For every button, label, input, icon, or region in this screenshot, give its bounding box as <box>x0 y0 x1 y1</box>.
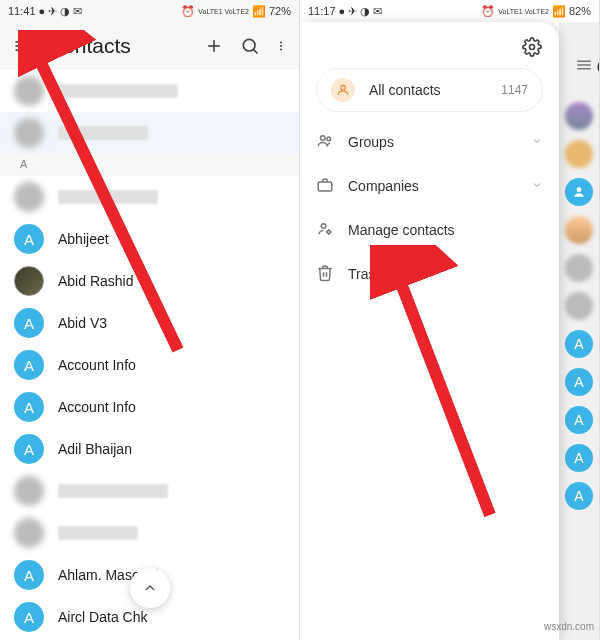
all-contacts-row[interactable]: All contacts 1147 <box>316 68 543 112</box>
person-icon <box>331 78 355 102</box>
status-time: 11:41 <box>8 5 36 17</box>
page-title-peek: C <box>597 56 600 79</box>
avatar: A <box>14 434 44 464</box>
phone-right: 11:17 ● ✈ ◑ ✉ ⏰ VoLTE1 VoLTE2 📶 82% C A … <box>300 0 600 640</box>
settings-icon[interactable] <box>521 36 543 58</box>
avatar <box>14 182 44 212</box>
app-header: Contacts <box>0 22 299 70</box>
contact-list[interactable]: A A Abhijeet Abid Rashid A Abid V3 A Acc… <box>0 70 299 640</box>
lte-label: VoLTE1 VoLTE2 <box>498 8 549 15</box>
svg-point-8 <box>280 45 282 47</box>
svg-point-15 <box>530 45 535 50</box>
list-item[interactable]: Abid Rashid <box>0 260 299 302</box>
status-bar: 11:41 ● ✈ ◑ ✉ ⏰ VoLTE1 VoLTE2 📶 72% <box>0 0 299 22</box>
alarm-icon: ⏰ <box>481 5 495 18</box>
avatar <box>565 140 593 168</box>
svg-point-21 <box>327 230 330 233</box>
avatar: A <box>565 330 593 358</box>
hamburger-menu-icon[interactable] <box>12 35 34 57</box>
list-item[interactable] <box>0 70 299 112</box>
avatar <box>14 118 44 148</box>
hamburger-menu-icon[interactable] <box>575 56 593 77</box>
contact-name: Adil Bhaijan <box>58 441 132 457</box>
chevron-down-icon <box>531 134 543 150</box>
whatsapp-icon: ● <box>39 5 46 17</box>
list-item[interactable]: A Account Info <box>0 386 299 428</box>
contact-name-redacted <box>58 190 158 204</box>
watermark: wsxdn.com <box>544 621 594 632</box>
phone-left: 11:41 ● ✈ ◑ ✉ ⏰ VoLTE1 VoLTE2 📶 72% Cont… <box>0 0 300 640</box>
chevron-down-icon <box>531 178 543 194</box>
trash-row[interactable]: Trash <box>316 252 543 296</box>
add-contact-icon[interactable] <box>203 35 225 57</box>
contact-name: Abid V3 <box>58 315 107 331</box>
list-item[interactable] <box>0 112 299 154</box>
avatar: A <box>565 482 593 510</box>
groups-row[interactable]: Groups <box>316 120 543 164</box>
whatsapp-icon: ● <box>339 5 346 17</box>
avatar <box>14 266 44 296</box>
list-item[interactable] <box>0 512 299 554</box>
contact-name: Aircl Data Chk <box>58 609 147 625</box>
avatar: A <box>565 406 593 434</box>
list-item[interactable]: A Abid V3 <box>0 302 299 344</box>
avatar <box>565 102 593 130</box>
svg-point-17 <box>321 135 326 140</box>
backdrop-contacts: C A A A A A <box>559 22 599 640</box>
more-icon[interactable] <box>275 35 287 57</box>
list-item[interactable] <box>0 470 299 512</box>
contact-name: Abhijeet <box>58 231 109 247</box>
manage-contacts-row[interactable]: Manage contacts <box>316 208 543 252</box>
page-title: Contacts <box>48 34 189 58</box>
list-item[interactable]: A Abhijeet <box>0 218 299 260</box>
list-item[interactable]: A Account Info <box>0 344 299 386</box>
avatar: A <box>14 602 44 632</box>
list-item[interactable] <box>0 176 299 218</box>
status-bar: 11:17 ● ✈ ◑ ✉ ⏰ VoLTE1 VoLTE2 📶 82% <box>300 0 599 22</box>
companies-row[interactable]: Companies <box>316 164 543 208</box>
briefcase-icon <box>316 176 334 197</box>
drawer-item-label: All contacts <box>369 82 487 98</box>
status-time: 11:17 <box>308 5 336 17</box>
avatar <box>565 254 593 282</box>
telegram-icon: ✈ <box>348 5 357 18</box>
section-header: A <box>0 154 299 176</box>
battery-label: 82% <box>569 5 591 17</box>
avatar <box>565 216 593 244</box>
svg-point-5 <box>243 39 255 51</box>
list-item[interactable]: A Adil Bhaijan <box>0 428 299 470</box>
avatar <box>565 292 593 320</box>
drawer-item-label: Groups <box>348 134 517 150</box>
avatar: A <box>14 308 44 338</box>
contact-name-redacted <box>58 84 178 98</box>
mail-icon: ✉ <box>373 5 382 18</box>
svg-point-7 <box>280 42 282 44</box>
scroll-to-top-button[interactable] <box>130 568 170 608</box>
contact-name: Abid Rashid <box>58 273 134 289</box>
drawer-item-label: Manage contacts <box>348 222 543 238</box>
trash-icon <box>316 264 334 285</box>
search-icon[interactable] <box>239 35 261 57</box>
signal-icon: 📶 <box>252 5 266 18</box>
avatar: A <box>14 392 44 422</box>
contact-name-redacted <box>58 526 138 540</box>
svg-point-18 <box>327 136 331 140</box>
drawer-item-label: Trash <box>348 266 543 282</box>
svg-point-16 <box>341 85 346 90</box>
avatar <box>14 476 44 506</box>
manage-contacts-icon <box>316 220 334 241</box>
svg-point-20 <box>321 223 326 228</box>
contact-name-redacted <box>58 484 168 498</box>
contact-count: 1147 <box>501 83 528 97</box>
contact-name: Account Info <box>58 357 136 373</box>
avatar: A <box>565 444 593 472</box>
telegram-icon: ✈ <box>48 5 57 18</box>
groups-icon <box>316 132 334 153</box>
alarm-icon: ⏰ <box>181 5 195 18</box>
avatar: A <box>14 560 44 590</box>
avatar <box>565 178 593 206</box>
avatar <box>14 518 44 548</box>
svg-point-9 <box>280 49 282 51</box>
lte-label: VoLTE1 VoLTE2 <box>198 8 249 15</box>
svg-point-14 <box>577 187 582 192</box>
